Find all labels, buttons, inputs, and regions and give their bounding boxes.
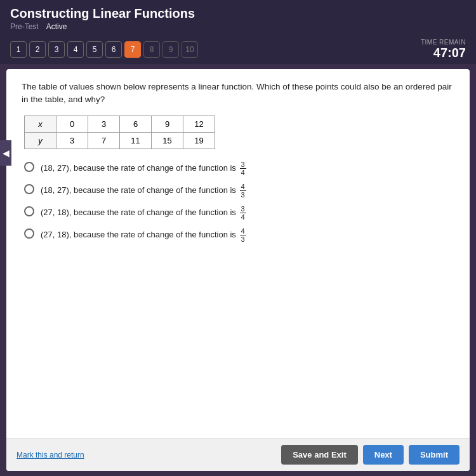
option-d[interactable]: (27, 18), because the rate of change of … bbox=[24, 227, 454, 243]
x-val-6: 6 bbox=[120, 116, 152, 132]
nav-btn-4[interactable]: 4 bbox=[67, 41, 84, 58]
table-row-y: y 3 7 11 15 19 bbox=[25, 132, 215, 149]
question-nav: 1 2 3 4 5 6 7 8 9 10 bbox=[10, 41, 198, 58]
x-val-12: 12 bbox=[183, 116, 215, 132]
fraction-c: 3 4 bbox=[240, 205, 246, 221]
x-val-9: 9 bbox=[152, 116, 183, 132]
header: Constructing Linear Functions Pre-Test A… bbox=[0, 0, 476, 35]
radio-b[interactable] bbox=[24, 184, 34, 194]
x-label: x bbox=[25, 116, 56, 132]
radio-a[interactable] bbox=[24, 162, 34, 172]
status-badge: Active bbox=[46, 22, 67, 31]
page-title: Constructing Linear Functions bbox=[10, 6, 466, 21]
fraction-b: 4 3 bbox=[240, 183, 246, 199]
save-exit-button[interactable]: Save and Exit bbox=[281, 445, 358, 465]
question-text: The table of values shown below represen… bbox=[22, 81, 454, 107]
nav-btn-3[interactable]: 3 bbox=[48, 41, 65, 58]
timer-label: TIME REMAIN bbox=[421, 39, 466, 46]
timer: TIME REMAIN 47:07 bbox=[421, 39, 466, 60]
nav-bar: 1 2 3 4 5 6 7 8 9 10 TIME REMAIN 47:07 bbox=[0, 35, 476, 64]
header-subtitle: Pre-Test Active bbox=[10, 22, 466, 31]
option-c-text: (27, 18), because the rate of change of … bbox=[41, 205, 246, 221]
mark-return-link[interactable]: Mark this and return bbox=[17, 451, 84, 459]
option-d-text: (27, 18), because the rate of change of … bbox=[41, 227, 246, 243]
answer-choices: (18, 27), because the rate of change of … bbox=[24, 161, 454, 244]
option-a[interactable]: (18, 27), because the rate of change of … bbox=[24, 161, 454, 176]
table-row-x: x 0 3 6 9 12 bbox=[25, 116, 215, 132]
nav-btn-5[interactable]: 5 bbox=[86, 41, 103, 58]
pre-test-label: Pre-Test bbox=[10, 22, 39, 31]
footer-bar: Mark this and return Save and Exit Next … bbox=[6, 438, 470, 471]
radio-d[interactable] bbox=[24, 228, 34, 239]
timer-value: 47:07 bbox=[421, 46, 466, 60]
content-wrapper: ◀ The table of values shown below repres… bbox=[0, 64, 476, 476]
fraction-d: 4 3 bbox=[240, 227, 246, 243]
values-table: x 0 3 6 9 12 y 3 7 11 15 19 bbox=[24, 116, 215, 149]
nav-btn-1[interactable]: 1 bbox=[10, 41, 27, 58]
nav-btn-10[interactable]: 10 bbox=[182, 41, 198, 58]
option-c[interactable]: (27, 18), because the rate of change of … bbox=[24, 205, 454, 221]
nav-btn-8[interactable]: 8 bbox=[143, 41, 160, 58]
y-val-7: 7 bbox=[88, 132, 120, 149]
next-button[interactable]: Next bbox=[363, 445, 404, 465]
y-val-3: 3 bbox=[56, 132, 88, 149]
option-a-text: (18, 27), because the rate of change of … bbox=[41, 161, 246, 176]
y-val-15: 15 bbox=[152, 132, 183, 149]
y-label: y bbox=[25, 132, 56, 149]
nav-btn-2[interactable]: 2 bbox=[29, 41, 46, 58]
left-arrow-button[interactable]: ◀ bbox=[0, 140, 11, 166]
x-val-3: 3 bbox=[88, 116, 120, 132]
option-b-text: (18, 27), because the rate of change of … bbox=[41, 183, 246, 199]
fraction-a: 3 4 bbox=[240, 161, 246, 176]
content-card: The table of values shown below represen… bbox=[6, 69, 470, 471]
footer-buttons: Save and Exit Next Submit bbox=[281, 445, 459, 465]
nav-btn-6[interactable]: 6 bbox=[105, 41, 122, 58]
nav-btn-9[interactable]: 9 bbox=[162, 41, 179, 58]
option-b[interactable]: (18, 27), because the rate of change of … bbox=[24, 183, 454, 199]
radio-c[interactable] bbox=[24, 206, 34, 216]
submit-button[interactable]: Submit bbox=[409, 445, 459, 465]
question-area: The table of values shown below represen… bbox=[6, 69, 470, 438]
y-val-11: 11 bbox=[120, 132, 152, 149]
nav-btn-7[interactable]: 7 bbox=[124, 41, 141, 58]
y-val-19: 19 bbox=[183, 132, 215, 149]
x-val-0: 0 bbox=[56, 116, 88, 132]
